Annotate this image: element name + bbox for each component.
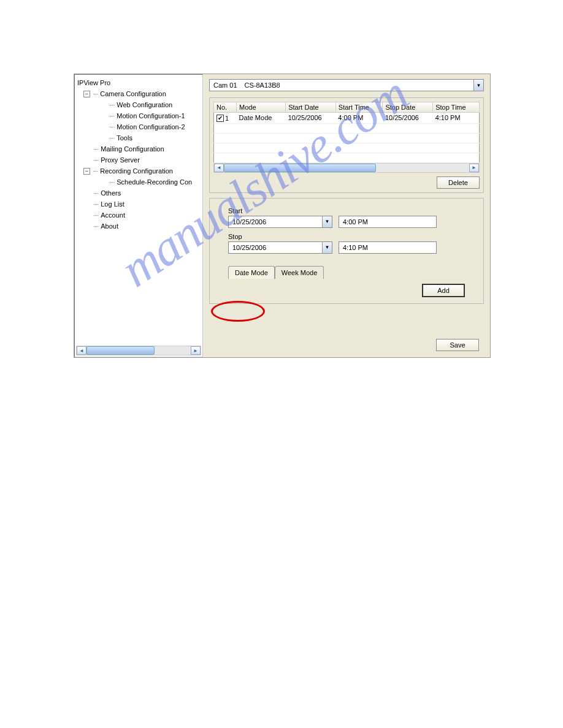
scroll-right-icon[interactable]: ► [469, 164, 479, 172]
tree-label: Tools [115, 132, 134, 143]
scroll-left-icon[interactable]: ◄ [214, 164, 224, 172]
save-button[interactable]: Save [436, 339, 479, 351]
schedule-edit-group: Start 10/25/2006 ▼ 4:00 PM Stop 10/25/20… [209, 198, 484, 304]
table-hscrollbar[interactable]: ◄ ► [213, 163, 480, 173]
tree-account[interactable]: ····Account [76, 210, 201, 221]
start-date-picker[interactable]: 10/25/2006 ▼ [228, 216, 332, 228]
camera-name: CS-8A13B8 [241, 80, 284, 90]
tree-about[interactable]: ····About [76, 221, 201, 232]
add-button[interactable]: Add [422, 284, 465, 297]
start-label: Start [228, 207, 465, 214]
annotation-highlight [211, 301, 265, 322]
config-dialog: IPView Pro −····Camera Configuration ···… [74, 74, 491, 358]
start-time-value: 4:00 PM [343, 218, 368, 226]
table-row-empty [214, 143, 480, 153]
tree-tools[interactable]: ····Tools [76, 132, 201, 143]
tree-motion2[interactable]: ····Motion Configuration-2 [76, 121, 201, 132]
expander-icon[interactable]: − [83, 91, 90, 97]
tree-hscrollbar[interactable]: ◄ ► [76, 346, 201, 355]
col-no[interactable]: No. [214, 102, 237, 113]
tree-web-config[interactable]: ····Web Configuration [76, 99, 201, 110]
tree-label: Schedule-Recording Con [115, 176, 193, 188]
col-start-date[interactable]: Start Date [286, 102, 336, 113]
tree-label: Motion Configuration-1 [115, 110, 186, 121]
scroll-left-icon[interactable]: ◄ [77, 346, 86, 355]
tree-label: Others [99, 188, 122, 199]
schedule-table: No. Mode Start Date Start Time Stop Date… [213, 102, 480, 163]
chevron-down-icon[interactable]: ▼ [322, 216, 332, 227]
tree-label: About [99, 221, 120, 232]
chevron-down-icon[interactable]: ▼ [322, 242, 332, 253]
table-row-empty [214, 153, 480, 162]
stop-time-value: 4:10 PM [343, 244, 368, 251]
tree-motion1[interactable]: ····Motion Configuration-1 [76, 110, 201, 121]
checkbox-icon[interactable]: ✔ [216, 115, 224, 122]
nav-tree: IPView Pro −····Camera Configuration ···… [75, 75, 202, 234]
table-row[interactable]: ✔1 Date Mode 10/25/2006 4:00 PM 10/25/20… [214, 113, 480, 124]
col-start-time[interactable]: Start Time [335, 102, 383, 113]
camera-select[interactable]: Cam 01 CS-8A13B8 ▼ [209, 79, 484, 91]
tree-recording[interactable]: −····Recording Configuration [76, 165, 201, 176]
tree-label: IPView Pro [76, 77, 112, 88]
stop-date-value: 10/25/2006 [229, 243, 322, 252]
col-stop-date[interactable]: Stop Date [383, 102, 433, 113]
tree-label: Proxy Server [99, 154, 141, 165]
stop-time-input[interactable]: 4:10 PM [339, 241, 437, 254]
tree-loglist[interactable]: ····Log List [76, 199, 201, 210]
tree-root[interactable]: IPView Pro [76, 77, 201, 88]
tree-label: Motion Configuration-2 [115, 121, 186, 132]
row-mode: Date Mode [237, 113, 286, 124]
tab-date-mode[interactable]: Date Mode [228, 266, 275, 279]
table-row-empty [214, 123, 480, 133]
row-stop-time: 4:10 PM [433, 113, 480, 124]
main-panel: Cam 01 CS-8A13B8 ▼ No. Mode Start Date S… [203, 74, 490, 357]
tree-schedule[interactable]: ····Schedule-Recording Con [76, 176, 201, 188]
camera-number: Cam 01 [210, 80, 241, 90]
schedule-list-group: No. Mode Start Date Start Time Stop Date… [209, 97, 484, 193]
row-start-date: 10/25/2006 [286, 113, 336, 124]
tree-label: Log List [99, 199, 126, 210]
scroll-right-icon[interactable]: ► [191, 346, 201, 355]
expander-icon[interactable]: − [83, 168, 90, 175]
stop-label: Stop [228, 233, 465, 240]
tree-mailing[interactable]: ····Mailing Configuration [76, 143, 201, 154]
tree-camera-config[interactable]: −····Camera Configuration [76, 88, 201, 99]
tree-panel: IPView Pro −····Camera Configuration ···… [74, 74, 203, 357]
stop-date-picker[interactable]: 10/25/2006 ▼ [228, 241, 332, 254]
row-stop-date: 10/25/2006 [383, 113, 433, 124]
tree-others[interactable]: ····Others [76, 188, 201, 199]
col-mode[interactable]: Mode [237, 102, 286, 113]
chevron-down-icon[interactable]: ▼ [473, 80, 483, 91]
tree-label: Camera Configuration [99, 88, 167, 99]
scroll-track[interactable] [224, 164, 469, 172]
row-no: 1 [225, 115, 229, 122]
tree-label: Account [99, 210, 126, 221]
col-stop-time[interactable]: Stop Time [433, 102, 480, 113]
tree-label: Web Configuration [115, 99, 174, 110]
tab-week-mode[interactable]: Week Mode [275, 266, 324, 279]
delete-button[interactable]: Delete [437, 176, 480, 189]
start-time-input[interactable]: 4:00 PM [339, 216, 437, 228]
tree-proxy[interactable]: ····Proxy Server [76, 154, 201, 165]
table-row-empty [214, 133, 480, 143]
tree-label: Recording Configuration [99, 165, 174, 176]
tree-label: Mailing Configuration [99, 143, 165, 154]
start-date-value: 10/25/2006 [229, 217, 322, 227]
row-start-time: 4:00 PM [335, 113, 383, 124]
scroll-track[interactable] [86, 346, 191, 355]
